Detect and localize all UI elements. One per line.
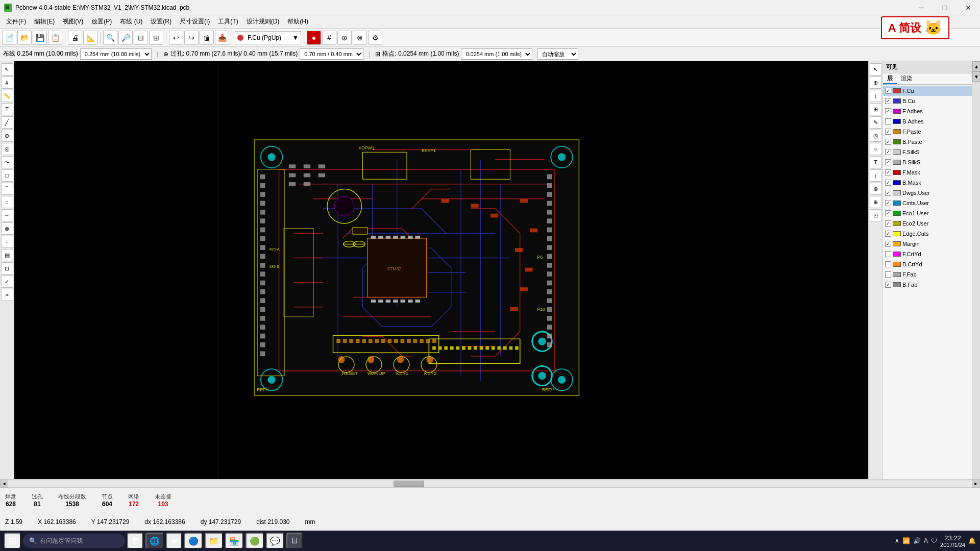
start-button[interactable]: ⊞ xyxy=(4,533,21,549)
rt-btn-6[interactable]: ◎ xyxy=(870,130,882,142)
save-as-button[interactable]: 📋 xyxy=(48,31,62,45)
menu-d[interactable]: 设计规则(D) xyxy=(242,16,284,27)
layer-row-bcu[interactable]: ✓B.Cu xyxy=(883,96,972,106)
rt-btn-7[interactable]: ○ xyxy=(870,143,882,155)
ie-btn[interactable]: 🔵 xyxy=(184,533,203,549)
maximize-button[interactable]: □ xyxy=(933,0,957,15)
save-button[interactable]: 💾 xyxy=(33,31,47,45)
fans-btn[interactable]: ❄ xyxy=(166,533,182,549)
layer-row-margin[interactable]: ✓Margin xyxy=(883,239,972,249)
arc-tool[interactable]: ⌒ xyxy=(1,183,13,195)
layer-check-9[interactable]: ✓ xyxy=(885,180,891,186)
layer-check-0[interactable]: ✓ xyxy=(885,88,891,94)
pad-tool[interactable]: ⊕ xyxy=(1,130,13,142)
layer-check-3[interactable] xyxy=(885,118,891,124)
layer-row-fcu[interactable]: ✓F.Cu xyxy=(883,86,972,96)
layer-row-fadhes[interactable]: ✓F.Adhes xyxy=(883,106,972,116)
menu-f[interactable]: 文件(F) xyxy=(2,16,30,27)
layer-check-5[interactable]: ✓ xyxy=(885,139,891,145)
layer-row-ffab[interactable]: F.Fab xyxy=(883,269,972,280)
layer-row-badhes[interactable]: B.Adhes xyxy=(883,116,972,127)
menu-u[interactable]: 布线 (U) xyxy=(116,16,146,27)
layer-check-14[interactable]: ✓ xyxy=(885,231,891,237)
via-size-select[interactable]: 0.70 mm / 0.40 mm xyxy=(300,48,363,60)
menu-t[interactable]: 工具(T) xyxy=(214,16,242,27)
drc-tool[interactable]: ✓ xyxy=(1,276,13,288)
grid-tool[interactable]: # xyxy=(1,77,13,89)
task-view-btn[interactable]: ⧉ xyxy=(127,533,143,549)
rt-btn-9[interactable]: ↕ xyxy=(870,169,882,182)
layer-row-edgecuts[interactable]: ✓Edge.Cuts xyxy=(883,229,972,239)
minimize-button[interactable]: ─ xyxy=(910,0,933,15)
new-button[interactable]: 📄 xyxy=(2,31,16,45)
menu-e[interactable]: 编辑(E) xyxy=(30,16,59,27)
layer-check-17[interactable] xyxy=(885,261,891,267)
layer-row-bpaste[interactable]: ✓B.Paste xyxy=(883,137,972,147)
zone-tool[interactable]: □ xyxy=(1,169,13,182)
pcb-canvas-area[interactable]: RESET WAKUP KEY1 KEY2 REF** REF** 485-A … xyxy=(14,61,868,479)
layer-check-15[interactable]: ✓ xyxy=(885,241,891,247)
undo-button[interactable]: ↩ xyxy=(169,31,183,45)
copper-zone-tool[interactable]: ▤ xyxy=(1,249,13,261)
layer-row-bsilks[interactable]: ✓B.SilkS xyxy=(883,157,972,167)
layer-row-fmask[interactable]: ✓F.Mask xyxy=(883,167,972,178)
net-tool[interactable]: ≈ xyxy=(1,289,13,301)
menu-r[interactable]: 设置(R) xyxy=(146,16,176,27)
open-button[interactable]: 📂 xyxy=(17,31,32,45)
right-scrollbar[interactable]: ▲ ▼ xyxy=(972,61,980,479)
route-tool[interactable]: 〜 xyxy=(1,156,13,168)
dim-tool[interactable]: ↔ xyxy=(1,209,13,221)
zoom-refresh-button[interactable]: ⊞ xyxy=(149,31,163,45)
line-tool[interactable]: ╱ xyxy=(1,116,13,129)
grid-select[interactable]: 0.0254 mm (1.00 mils) xyxy=(461,48,532,60)
via-tool[interactable]: ◎ xyxy=(1,143,13,155)
tab-layer[interactable]: 层 xyxy=(883,73,897,84)
pcbnew-btn[interactable]: 🖥 xyxy=(286,533,303,549)
layer-check-12[interactable]: ✓ xyxy=(885,210,891,216)
scroll-down-btn[interactable]: ▼ xyxy=(972,71,980,82)
place-tool[interactable]: + xyxy=(1,236,13,248)
target-tool[interactable]: ⊗ xyxy=(1,222,13,235)
rt-btn-5[interactable]: ✎ xyxy=(870,116,882,129)
erase-button[interactable]: 🗑 xyxy=(200,31,214,45)
tray-arrow[interactable]: ∧ xyxy=(895,537,899,544)
pcb-view[interactable]: RESET WAKUP KEY1 KEY2 REF** REF** 485-A … xyxy=(14,61,868,479)
menu-i[interactable]: 尺寸设置(I) xyxy=(176,16,214,27)
tab-render[interactable]: 渲染 xyxy=(897,73,916,84)
layer-row-bfab[interactable]: ✓B.Fab xyxy=(883,280,972,290)
folder-btn[interactable]: 📁 xyxy=(205,533,223,549)
layer-check-16[interactable] xyxy=(885,251,891,257)
highlight-btn[interactable]: ● xyxy=(307,31,321,45)
rt-btn-4[interactable]: ⊞ xyxy=(870,103,882,115)
rt-btn-3[interactable]: ↕ xyxy=(870,90,882,102)
scroll-right-btn[interactable]: ► xyxy=(972,480,980,488)
rt-btn-10[interactable]: ⊗ xyxy=(870,183,882,195)
zoom-in-button[interactable]: 🔍 xyxy=(103,31,117,45)
green-btn[interactable]: 🟢 xyxy=(246,533,264,549)
taskbar-search[interactable]: 🔍 有问题尽管问我 xyxy=(23,534,125,548)
zoom-fit-button[interactable]: ⊡ xyxy=(134,31,148,45)
layer-row-cmtsuser[interactable]: ✓Cmts.User xyxy=(883,198,972,208)
layer-check-4[interactable]: ✓ xyxy=(885,129,891,135)
layer-check-11[interactable]: ✓ xyxy=(885,200,891,206)
text-tool[interactable]: T xyxy=(1,103,13,115)
clock[interactable]: 23:22 2017/1/24 xyxy=(940,534,965,548)
menu-h[interactable]: 帮助(H) xyxy=(283,16,312,27)
trace-width-select[interactable]: 0.254 mm (10.00 mils) xyxy=(80,48,152,60)
layer-check-19[interactable]: ✓ xyxy=(885,282,891,288)
scroll-left-btn[interactable]: ◄ xyxy=(0,480,8,488)
layer-check-7[interactable]: ✓ xyxy=(885,159,891,165)
edge-btn[interactable]: 🌐 xyxy=(145,533,164,549)
rt-btn-11[interactable]: ⊕ xyxy=(870,196,882,208)
layer-check-6[interactable]: ✓ xyxy=(885,149,891,155)
board-setup-btn[interactable]: ⚙ xyxy=(368,31,382,45)
store-btn[interactable]: 🏪 xyxy=(225,533,243,549)
close-button[interactable]: ✕ xyxy=(957,0,980,15)
grid-btn[interactable]: # xyxy=(322,31,336,45)
zoom-out-button[interactable]: 🔎 xyxy=(118,31,133,45)
zoom-select[interactable]: 自动缩放 xyxy=(537,48,578,60)
keepout-tool[interactable]: ⊡ xyxy=(1,262,13,274)
layer-row-dwgsuser[interactable]: ✓Dwgs.User xyxy=(883,188,972,198)
menu-v[interactable]: 视图(V) xyxy=(59,16,87,27)
plot-button[interactable]: 📐 xyxy=(83,31,97,45)
